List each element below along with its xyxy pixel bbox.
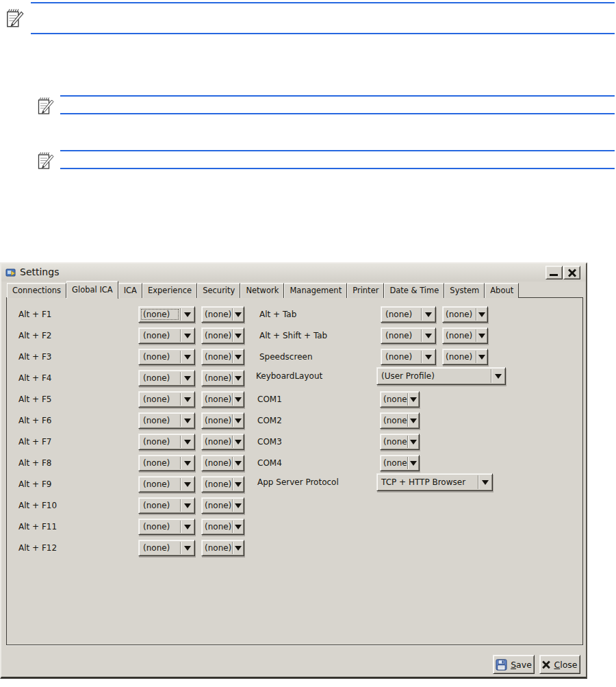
hotkey-label: Alt + Tab [259, 306, 296, 323]
setting-row: COM3 (none) [1, 434, 586, 450]
close-x-icon [542, 660, 550, 669]
close-window-button[interactable] [563, 266, 580, 279]
hotkey-row: Alt + F10 (none) (none) [1, 497, 586, 514]
chevron-down-icon [181, 546, 194, 551]
note-icon [37, 97, 54, 118]
setting-row: COM4 (none) [1, 455, 586, 471]
com4-dropdown[interactable]: (none) [380, 455, 420, 471]
dropdown-value: (none) [381, 310, 421, 319]
dropdown-value: (User Profile) [377, 371, 491, 381]
dropdown-value: (none) [139, 501, 180, 510]
altf11-primary-dropdown[interactable]: (none) [138, 519, 195, 535]
com1-dropdown[interactable]: (none) [380, 391, 420, 408]
alt-tab-secondary-dropdown[interactable]: (none) [442, 306, 488, 323]
tab-date-time[interactable]: Date & Time [384, 283, 444, 298]
dropdown-value: (none) [443, 331, 476, 340]
dropdown-value: (none) [443, 310, 476, 319]
note-rule-top [60, 150, 615, 151]
altf11-secondary-dropdown[interactable]: (none) [201, 519, 244, 535]
speedscreen-secondary-dropdown[interactable]: (none) [442, 349, 488, 365]
app-server-protocol-dropdown[interactable]: TCP + HTTP Browser [376, 473, 493, 491]
altf10-secondary-dropdown[interactable]: (none) [201, 497, 244, 514]
tab-about[interactable]: About [485, 283, 519, 298]
dropdown-value: (none) [381, 352, 421, 362]
setting-row: COM1 (none) [1, 391, 586, 408]
chevron-down-icon [408, 397, 419, 402]
hotkey-label: Alt + Shift + Tab [259, 327, 327, 344]
close-button[interactable]: Close [539, 655, 580, 674]
tab-security[interactable]: Security [197, 283, 240, 298]
chevron-down-icon [233, 525, 244, 529]
tab-connections[interactable]: Connections [7, 283, 66, 298]
alt-tab-primary-dropdown[interactable]: (none) [381, 306, 436, 323]
setting-label: COM4 [257, 455, 282, 471]
save-button-label: Save [511, 660, 532, 670]
dropdown-value: (none) [381, 416, 407, 425]
tab-network[interactable]: Network [240, 283, 284, 298]
alt-shift-tab-primary-dropdown[interactable]: (none) [381, 327, 436, 344]
dropdown-value: (none) [202, 522, 232, 532]
dropdown-value: (none) [381, 331, 421, 340]
chevron-down-icon [408, 440, 419, 445]
setting-label: COM3 [257, 434, 282, 450]
keyboard-layout-dropdown[interactable]: (User Profile) [376, 367, 506, 385]
hotkey-row: Alt + Tab (none) (none) [1, 306, 586, 323]
tab-experience[interactable]: Experience [142, 283, 197, 298]
note-rule-bottom [60, 113, 615, 114]
minimize-button[interactable] [546, 266, 563, 279]
chevron-down-icon [491, 374, 505, 379]
speedscreen-primary-dropdown[interactable]: (none) [381, 349, 436, 365]
tab-ica[interactable]: ICA [118, 283, 142, 298]
dropdown-value: (none) [139, 522, 180, 532]
setting-label: App Server Protocol [257, 473, 339, 491]
chevron-down-icon [181, 525, 194, 529]
tab-system[interactable]: System [444, 283, 485, 298]
tab-management[interactable]: Management [284, 283, 347, 298]
setting-label: COM1 [257, 391, 282, 408]
chevron-down-icon [422, 312, 435, 317]
chevron-down-icon [476, 334, 487, 338]
setting-row: COM2 (none) [1, 412, 586, 429]
setting-row: KeyboardLayout (User Profile) [1, 367, 586, 384]
setting-label: COM2 [257, 412, 282, 429]
hotkey-row: Alt + F11 (none) (none) [1, 519, 586, 535]
hotkey-row: Speedscreen (none) (none) [1, 349, 586, 365]
chevron-down-icon [233, 546, 244, 551]
close-icon [567, 268, 577, 277]
dropdown-value: (none) [202, 501, 232, 510]
altf12-primary-dropdown[interactable]: (none) [138, 540, 195, 556]
settings-window: Settings Connections Global ICA ICA Expe… [0, 262, 587, 679]
dropdown-value: (none) [381, 458, 407, 468]
chevron-down-icon [476, 355, 487, 360]
com3-dropdown[interactable]: (none) [380, 434, 420, 450]
altf12-secondary-dropdown[interactable]: (none) [201, 540, 244, 556]
chevron-down-icon [181, 503, 194, 508]
hotkey-label: Alt + F11 [18, 519, 57, 535]
note-rule-bottom [60, 168, 615, 169]
setting-label: KeyboardLayout [256, 367, 322, 385]
chevron-down-icon [476, 312, 487, 317]
dropdown-value: (none) [381, 437, 407, 447]
alt-shift-tab-secondary-dropdown[interactable]: (none) [442, 327, 488, 344]
note-rule-top [60, 95, 615, 97]
chevron-down-icon [233, 503, 244, 508]
dropdown-value: (none) [202, 543, 232, 553]
chevron-down-icon [408, 419, 419, 423]
dropdown-value: (none) [443, 352, 476, 362]
tab-global-ica[interactable]: Global ICA [66, 281, 118, 299]
save-icon [496, 659, 507, 671]
chevron-down-icon [408, 461, 419, 466]
hotkey-label: Alt + F12 [18, 540, 57, 556]
save-button[interactable]: Save [493, 655, 535, 674]
hotkey-row: Alt + F12 (none) (none) [1, 540, 586, 556]
hotkey-label: Alt + F10 [18, 497, 57, 514]
altf10-primary-dropdown[interactable]: (none) [138, 497, 195, 514]
dropdown-value: (none) [139, 543, 180, 553]
com2-dropdown[interactable]: (none) [380, 412, 420, 429]
chevron-down-icon [422, 334, 435, 338]
title-bar[interactable]: Settings [1, 264, 586, 282]
close-button-label: Close [554, 660, 577, 670]
settings-app-icon [5, 267, 16, 278]
tab-printer[interactable]: Printer [347, 283, 384, 298]
settings-tab-bar: Connections Global ICA ICA Experience Se… [7, 283, 519, 298]
